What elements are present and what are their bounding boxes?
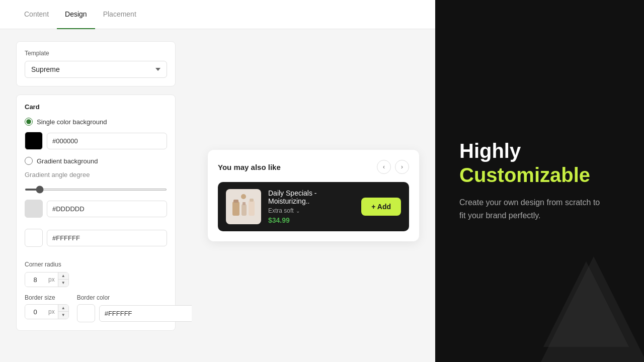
single-color-row (25, 132, 167, 150)
border-size-unit: px (45, 308, 58, 315)
corner-radius-unit: px (45, 276, 58, 283)
border-color-swatch[interactable] (77, 304, 95, 322)
border-size-group: Border size px ▲ ▼ (25, 294, 69, 322)
product-info: Daily Specials - Moisturizing.. Extra so… (268, 189, 354, 224)
border-color-group: Border color (77, 294, 192, 322)
border-size-up[interactable]: ▲ (58, 305, 68, 312)
nav-arrows: ‹ › (377, 160, 409, 174)
single-color-radio-row: Single color background (25, 118, 167, 126)
gradient-label: Gradient background (37, 157, 98, 165)
border-color-label: Border color (77, 294, 192, 301)
gradient-angle-container: Gradient angle degree (25, 171, 167, 193)
gradient-color1-swatch[interactable] (25, 200, 43, 218)
variant-chevron: ⌄ (296, 208, 300, 214)
preview-title: You may also like (218, 163, 281, 171)
preview-area: You may also like ‹ › (192, 29, 435, 362)
corner-radius-input-box: px ▲ ▼ (25, 272, 69, 287)
preview-card: You may also like ‹ › (208, 150, 419, 241)
next-arrow[interactable]: › (395, 160, 409, 174)
tab-bar: Content Design Placement (0, 0, 435, 29)
promo-title-line2: Customizable (459, 164, 620, 186)
border-size-label: Border size (25, 294, 69, 301)
border-color-row (77, 304, 192, 322)
tab-placement[interactable]: Placement (95, 0, 144, 29)
gradient-radio[interactable] (25, 157, 33, 165)
svg-point-6 (241, 194, 246, 199)
product-card: Daily Specials - Moisturizing.. Extra so… (218, 182, 409, 231)
corner-radius-section: Corner radius px ▲ ▼ (25, 261, 167, 287)
template-section: Template Supreme Minimal Bold Classic (16, 41, 176, 86)
corner-radius-up[interactable]: ▲ (58, 273, 68, 280)
svg-rect-3 (243, 202, 246, 205)
decoration-triangle-inner (543, 261, 629, 347)
product-price: $34.99 (268, 216, 354, 224)
template-select[interactable]: Supreme Minimal Bold Classic (25, 61, 167, 78)
svg-rect-5 (250, 199, 254, 202)
gradient-color2-input[interactable] (47, 230, 167, 246)
promo-description: Create your own design from scratch to f… (459, 196, 600, 222)
border-size-stepper: ▲ ▼ (58, 305, 68, 319)
preview-header: You may also like ‹ › (218, 160, 409, 174)
promo-title-line1: Highly (459, 140, 620, 162)
single-color-input[interactable] (47, 133, 167, 149)
single-color-swatch[interactable] (25, 132, 43, 150)
gradient-angle-slider[interactable] (25, 189, 167, 191)
corner-radius-stepper: ▲ ▼ (58, 273, 68, 287)
gradient-color2-swatch[interactable] (25, 229, 43, 247)
svg-rect-4 (249, 201, 255, 216)
gradient-color1-row (25, 200, 167, 218)
add-to-cart-button[interactable]: + Add (361, 198, 401, 216)
border-size-down[interactable]: ▼ (58, 312, 68, 319)
product-variant[interactable]: Extra soft ⌄ (268, 207, 354, 214)
right-panel: Highly Customizable Create your own desi… (435, 0, 644, 362)
border-row: Border size px ▲ ▼ Border color (25, 294, 167, 322)
border-color-input[interactable] (99, 305, 192, 322)
gradient-radio-row: Gradient background (25, 157, 167, 165)
border-size-field[interactable] (25, 305, 45, 319)
corner-radius-label: Corner radius (25, 261, 167, 268)
gradient-color2-row (25, 229, 167, 247)
tab-design[interactable]: Design (57, 0, 95, 29)
card-title: Card (25, 103, 167, 111)
product-image (226, 189, 261, 224)
tab-content[interactable]: Content (16, 0, 57, 29)
gradient-colors (25, 200, 167, 254)
svg-rect-2 (242, 204, 247, 216)
settings-panel: Template Supreme Minimal Bold Classic Ca… (0, 29, 192, 362)
svg-marker-8 (543, 261, 629, 347)
corner-radius-down[interactable]: ▼ (58, 280, 68, 287)
corner-radius-field[interactable] (25, 273, 45, 287)
product-name: Daily Specials - Moisturizing.. (268, 189, 354, 205)
promo-text: Highly Customizable Create your own desi… (459, 140, 620, 222)
prev-arrow[interactable]: ‹ (377, 160, 391, 174)
gradient-angle-label: Gradient angle degree (25, 171, 167, 178)
gradient-color1-input[interactable] (47, 201, 167, 217)
single-color-label: Single color background (37, 118, 107, 126)
border-size-input-box: px ▲ ▼ (25, 304, 69, 319)
svg-rect-0 (232, 202, 239, 216)
template-label: Template (25, 50, 167, 57)
svg-rect-1 (233, 200, 238, 203)
single-color-radio[interactable] (25, 118, 33, 126)
card-section: Card Single color background Gradient ba… (16, 95, 176, 331)
